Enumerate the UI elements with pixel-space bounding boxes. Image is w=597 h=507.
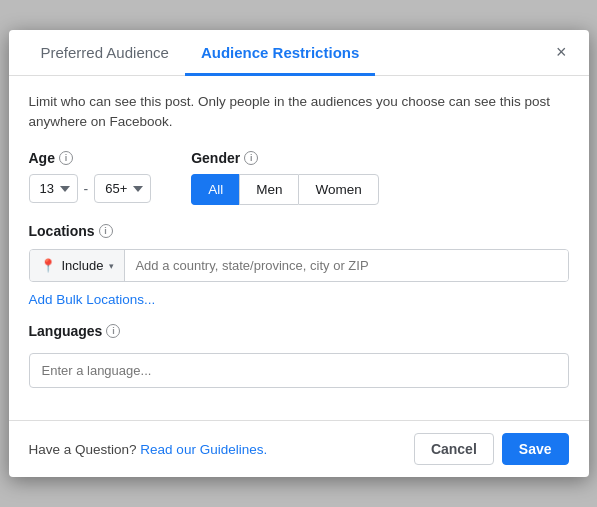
- location-input-row: 📍 Include ▾: [29, 249, 569, 282]
- pin-icon: 📍: [40, 258, 56, 273]
- tab-preferred-audience[interactable]: Preferred Audience: [25, 30, 185, 76]
- language-input[interactable]: [29, 353, 569, 388]
- tab-bar: Preferred Audience Audience Restrictions…: [9, 30, 589, 76]
- close-button[interactable]: ×: [548, 39, 575, 65]
- save-button[interactable]: Save: [502, 433, 569, 465]
- gender-info-icon[interactable]: i: [244, 151, 258, 165]
- age-group: Age i 13 18 21 25 - 65+ 55 45 35: [29, 150, 152, 203]
- gender-buttons: All Men Women: [191, 174, 379, 205]
- bulk-locations-link[interactable]: Add Bulk Locations...: [29, 292, 156, 307]
- locations-section-title: Locations i: [29, 223, 569, 239]
- gender-men-button[interactable]: Men: [239, 174, 298, 205]
- cancel-button[interactable]: Cancel: [414, 433, 494, 465]
- age-max-select[interactable]: 65+ 55 45 35: [94, 174, 151, 203]
- include-chevron-icon: ▾: [109, 261, 114, 271]
- footer-question: Have a Question? Read our Guidelines.: [29, 442, 268, 457]
- age-info-icon[interactable]: i: [59, 151, 73, 165]
- gender-all-button[interactable]: All: [191, 174, 239, 205]
- languages-info-icon[interactable]: i: [106, 324, 120, 338]
- include-label: Include: [62, 258, 104, 273]
- guidelines-link[interactable]: Read our Guidelines.: [140, 442, 267, 457]
- locations-info-icon[interactable]: i: [99, 224, 113, 238]
- description-text: Limit who can see this post. Only people…: [29, 92, 569, 133]
- include-dropdown[interactable]: 📍 Include ▾: [30, 250, 126, 281]
- gender-women-button[interactable]: Women: [298, 174, 378, 205]
- gender-label: Gender i: [191, 150, 379, 166]
- location-search-input[interactable]: [125, 250, 567, 281]
- languages-section-title: Languages i: [29, 323, 569, 339]
- age-gender-row: Age i 13 18 21 25 - 65+ 55 45 35: [29, 150, 569, 205]
- age-inputs: 13 18 21 25 - 65+ 55 45 35: [29, 174, 152, 203]
- tab-audience-restrictions[interactable]: Audience Restrictions: [185, 30, 375, 76]
- gender-group: Gender i All Men Women: [191, 150, 379, 205]
- age-min-select[interactable]: 13 18 21 25: [29, 174, 78, 203]
- age-label: Age i: [29, 150, 152, 166]
- modal-footer: Have a Question? Read our Guidelines. Ca…: [9, 420, 589, 477]
- age-dash: -: [84, 181, 89, 197]
- modal: Preferred Audience Audience Restrictions…: [9, 30, 589, 478]
- footer-buttons: Cancel Save: [414, 433, 569, 465]
- modal-body: Limit who can see this post. Only people…: [9, 76, 589, 405]
